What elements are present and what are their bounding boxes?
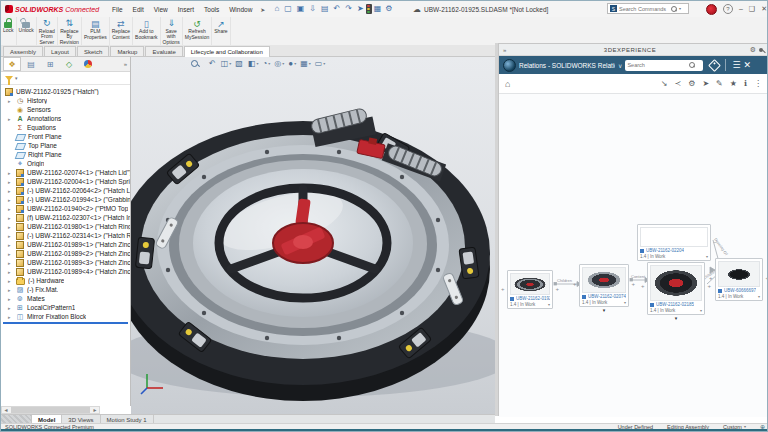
tree-item[interactable]: ▸ UBW-21162-01989<1> ("Hatch Zinc <box>1 240 130 249</box>
tree-item[interactable]: ▸ UBW-21162-01940<2> ("PtMO Top <box>1 204 130 213</box>
view-tool-icon[interactable]: ▧ <box>235 59 244 68</box>
hamburger-menu-icon[interactable]: ☰ <box>732 56 740 74</box>
view-tool-icon[interactable]: ●▾ <box>288 59 296 68</box>
tree-item[interactable]: Front Plane <box>1 132 130 141</box>
relation-node[interactable]: + + UBW-21162-02185 1.4 | In Work ▾ ▾ <box>647 262 705 315</box>
tree-item[interactable]: ▸ (f) UBW-21162-02307<1> ("Hatch In <box>1 213 130 222</box>
filter-caret-icon[interactable]: ▾ <box>15 75 18 81</box>
filter-funnel-icon[interactable] <box>5 76 13 81</box>
expand-arrow-icon[interactable]: ▸ <box>8 305 14 311</box>
view-tool-icon[interactable]: ▦▾ <box>300 59 311 68</box>
view-tool-icon[interactable]: ◔▾ <box>262 59 270 68</box>
tag-icon[interactable] <box>709 59 722 72</box>
search-icon[interactable] <box>671 6 677 12</box>
tree-item[interactable]: ▸ (-) UBW-21162-02064<2> ("Hatch L <box>1 186 130 195</box>
close-button[interactable]: ✕ <box>761 1 767 17</box>
relations-tool-icon[interactable]: ↘ <box>661 79 668 88</box>
home-icon[interactable]: ⌂ <box>505 79 510 89</box>
expand-handle-left[interactable]: + <box>709 275 713 281</box>
view-tool-icon[interactable]: ▭▾ <box>315 59 326 68</box>
menu-item[interactable]: Insert <box>173 4 199 15</box>
toolbar-icon[interactable]: ▣ <box>295 3 307 15</box>
expand-arrow-icon[interactable]: ▸ <box>8 179 14 185</box>
command-button[interactable]: ↺ Refresh MySession <box>183 17 212 45</box>
expand-handle-right[interactable]: + <box>707 283 711 289</box>
widget-title[interactable]: Relations - SOLIDWORKS Relatio... <box>519 62 615 69</box>
command-button[interactable]: ▯ Add to Bookmark <box>133 17 161 45</box>
toolbar-icon[interactable]: ⇩ <box>307 3 318 15</box>
status-caret-icon[interactable]: ▾ <box>706 254 708 259</box>
tree-item[interactable]: Right Plane <box>1 150 130 159</box>
expand-arrow-icon[interactable]: ▸ <box>8 197 14 203</box>
tree-item[interactable]: ▸ Annotations <box>1 114 130 123</box>
view-tool-icon[interactable]: ◎▾ <box>274 59 284 68</box>
command-button[interactable]: ↗ Share <box>212 17 230 45</box>
expand-arrow-icon[interactable]: ▸ <box>8 98 14 104</box>
tree-item[interactable]: Top Plane <box>1 141 130 150</box>
tree-item[interactable]: ▸ Mirror Fixation Block <box>1 312 130 321</box>
expand-arrow-icon[interactable]: ▸ <box>8 260 14 266</box>
tree-item[interactable]: ▸ UBW-21162-01989<4> ("Hatch Zinc <box>1 267 130 276</box>
ribbon-tab[interactable]: Layout <box>44 46 76 56</box>
view-tab[interactable]: Model <box>32 415 62 423</box>
tree-item[interactable]: ▸ (-) Hardware <box>1 276 130 285</box>
toolbar-icon[interactable]: ▤ <box>319 3 331 15</box>
view-tool-icon[interactable]: ◧▾ <box>248 59 259 68</box>
expand-arrow-icon[interactable]: ▸ <box>8 314 14 320</box>
tree-filter-row[interactable]: ▾ <box>1 72 130 85</box>
view-tool-icon[interactable]: ◫▾ <box>221 59 232 68</box>
display-settings-icon[interactable]: ▦ <box>372 3 384 15</box>
view-tool-icon[interactable] <box>191 60 200 68</box>
expand-children-icon[interactable]: ▾ <box>603 307 606 313</box>
command-button[interactable]: ↻ Reload From Server <box>37 17 58 45</box>
tab-scroll-handle[interactable] <box>1 415 32 423</box>
ribbon-tab[interactable]: Markup <box>110 46 144 56</box>
relation-node[interactable]: + + UBW-60666697 1.4 | In Work ▾ <box>715 258 763 301</box>
tree-item[interactable]: ▸ History <box>1 96 130 105</box>
tree-item[interactable]: ▸ (-) UBW-21162-01994<1> ("Grabbin <box>1 195 130 204</box>
menu-item[interactable]: File <box>107 4 127 15</box>
expand-arrow-icon[interactable]: ▸ <box>8 269 14 275</box>
scroll-left-icon[interactable]: ◄ <box>2 407 10 413</box>
command-button[interactable]: ⇄ Replace Content <box>110 17 133 45</box>
minimize-button[interactable]: – <box>739 1 743 17</box>
relations-tool-icon[interactable]: ℹ <box>744 79 747 88</box>
search-icon[interactable] <box>689 62 695 68</box>
3dexperience-globe-icon[interactable] <box>503 59 516 72</box>
expand-arrow-icon[interactable]: ▸ <box>8 233 14 239</box>
relation-node[interactable]: + + UBW-21162-02074 1.4 | In Work ▾ ▾ <box>579 264 629 307</box>
status-caret-icon[interactable]: ▾ <box>758 294 760 299</box>
tree-item[interactable]: ▸ Mates <box>1 294 130 303</box>
tree-horizontal-scrollbar[interactable]: ◄ ► <box>1 406 100 414</box>
panel-search-box[interactable] <box>625 60 703 71</box>
scrollbar-thumb[interactable] <box>11 407 90 413</box>
tree-item[interactable]: ▸ LocalCirPattern1 <box>1 303 130 312</box>
command-button[interactable]: Unlock <box>17 17 37 45</box>
user-avatar[interactable] <box>706 4 717 15</box>
expand-handle-left[interactable]: + <box>641 283 645 289</box>
expand-arrow-icon[interactable]: ▸ <box>8 206 14 212</box>
toolbar-icon[interactable]: ↶ <box>332 3 343 15</box>
command-button[interactable]: Lock <box>1 17 17 45</box>
toolbar-icon[interactable]: ▢ <box>282 3 294 15</box>
command-search-box[interactable]: S ▾ <box>607 3 689 14</box>
command-search-input[interactable] <box>619 6 669 12</box>
view-tab[interactable]: Motion Study 1 <box>101 415 154 423</box>
rollback-bar[interactable] <box>3 322 128 324</box>
tab-configurations[interactable]: ⊞ <box>41 57 59 71</box>
collapse-chevron-icon[interactable]: » <box>499 47 510 53</box>
tree-item[interactable]: ▸ UBW-21162-01980<1> ("Hatch Ring <box>1 222 130 231</box>
menu-item[interactable]: View <box>149 4 173 15</box>
tab-feature-tree[interactable]: ❖ <box>3 57 21 71</box>
tree-item[interactable]: Origin <box>1 159 130 168</box>
panel-close-icon[interactable]: ✕ <box>743 56 751 74</box>
relations-tool-icon[interactable]: ⚙ <box>688 79 695 88</box>
ribbon-tab[interactable]: Evaluate <box>145 46 182 56</box>
scroll-right-icon[interactable]: ► <box>91 407 99 413</box>
relations-tool-icon[interactable]: ⋮ <box>754 79 762 88</box>
view-tab[interactable]: 3D Views <box>62 415 100 423</box>
menu-item[interactable]: Window <box>224 4 257 15</box>
menu-item[interactable]: Tools <box>199 4 224 15</box>
toolbar-icon[interactable]: ↷ <box>343 3 354 15</box>
relations-graph-canvas[interactable]: Children Content Drawing Of Children + +… <box>499 94 768 417</box>
